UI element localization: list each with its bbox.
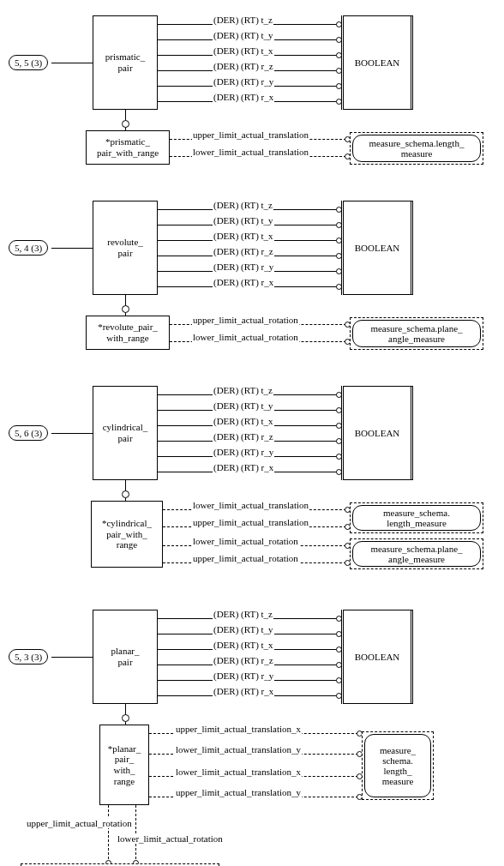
type-boolean: BOOLEAN — [341, 201, 413, 295]
type-boolean: BOOLEAN — [341, 610, 413, 704]
attr-label: (DER) (RT) t_z — [213, 200, 273, 210]
attr-label: upper_limit_actual_rotation — [26, 818, 133, 828]
type-length-measure: measure_schema.length_ measure — [350, 132, 483, 165]
attr-label: (DER) (RT) t_x — [213, 231, 274, 241]
type-length-measure: measure_ schema. length_ measure — [362, 731, 434, 800]
attr-label: upper_limit_actual_translation_x — [175, 724, 302, 734]
attr-label: (DER) (RT) r_x — [213, 462, 274, 472]
attr-label: upper_limit_actual_translation_y — [175, 787, 302, 797]
attr-label: upper_limit_actual_rotation — [192, 315, 299, 325]
attr-label: (DER) (RT) r_z — [213, 431, 274, 442]
type-length-measure: measure_schema. length_measure — [350, 502, 483, 533]
entity-revolute-pair: revolute_ pair — [93, 201, 158, 295]
type-boolean: BOOLEAN — [341, 386, 413, 480]
attr-label: (DER) (RT) r_y — [213, 447, 274, 457]
attr-label: (DER) (RT) t_z — [213, 385, 273, 395]
entity-planar-pair: planar_ pair — [93, 610, 158, 704]
attr-label: (DER) (RT) r_y — [213, 671, 274, 681]
section-revolute: 5, 4 (3) revolute_ pair (DER) (RT) t_z (… — [7, 197, 497, 360]
section-planar: 5, 3 (3) planar_ pair (DER) (RT) t_z (DE… — [7, 606, 497, 866]
attr-label: lower_limit_actual_translation — [192, 500, 309, 510]
attr-label: lower_limit_actual_translation_y — [175, 744, 302, 755]
attr-label: lower_limit_actual_translation_x — [175, 767, 302, 777]
attr-label: upper_limit_actual_translation — [192, 129, 309, 140]
attr-label: lower_limit_actual_rotation — [192, 332, 299, 342]
attr-label: (DER) (RT) t_y — [213, 624, 274, 634]
entity-cylindrical-range: *cylindrical_ pair_with_ range — [91, 501, 163, 568]
attr-label: (DER) (RT) r_y — [213, 76, 274, 87]
section-prismatic: 5, 5 (3) prismatic_ pair (DER) (RT) t_z … — [7, 12, 497, 175]
pageref-cylindrical: 5, 6 (3) — [9, 425, 48, 441]
attr-label: (DER) (RT) t_y — [213, 215, 274, 226]
pageref-prismatic: 5, 5 (3) — [9, 55, 48, 70]
pageref-revolute: 5, 4 (3) — [9, 240, 48, 256]
section-cylindrical: 5, 6 (3) cylindrical_ pair (DER) (RT) t_… — [7, 382, 497, 584]
attr-label: lower_limit_actual_rotation — [117, 833, 224, 844]
type-plane-angle-measure: measure_schema.plane_ angle_measure — [350, 317, 483, 350]
entity-prismatic-pair: prismatic_ pair — [93, 15, 158, 110]
type-boolean: BOOLEAN — [341, 15, 413, 110]
attr-label: lower_limit_actual_translation — [192, 147, 309, 157]
attr-label: (DER) (RT) r_y — [213, 262, 274, 272]
attr-label: (DER) (RT) r_x — [213, 277, 274, 287]
attr-label: (DER) (RT) r_x — [213, 686, 274, 696]
attr-label: (DER) (RT) r_z — [213, 655, 274, 665]
attr-label: lower_limit_actual_rotation — [192, 536, 299, 546]
attr-label: (DER) (RT) t_y — [213, 400, 274, 411]
entity-planar-range: *planar_ pair_ with_ range — [99, 725, 149, 805]
attr-label: (DER) (RT) t_x — [213, 640, 274, 650]
entity-revolute-range: *revolute_pair_ with_range — [86, 316, 170, 350]
type-plane-angle-measure: measure_schema.plane_ angle_measure — [350, 538, 483, 569]
attr-label: (DER) (RT) r_x — [213, 92, 274, 102]
entity-cylindrical-pair: cylindrical_ pair — [93, 386, 158, 480]
attr-label: (DER) (RT) r_z — [213, 246, 274, 256]
attr-label: (DER) (RT) t_y — [213, 30, 274, 40]
entity-prismatic-range: *prismatic_ pair_with_range — [86, 130, 170, 165]
attr-label: (DER) (RT) t_z — [213, 15, 273, 25]
attr-label: (DER) (RT) t_x — [213, 45, 274, 56]
attr-label: (DER) (RT) r_z — [213, 61, 274, 71]
pageref-planar: 5, 3 (3) — [9, 649, 48, 665]
attr-label: (DER) (RT) t_x — [213, 416, 274, 426]
attr-label: upper_limit_actual_rotation — [192, 553, 299, 563]
attr-label: (DER) (RT) t_z — [213, 609, 273, 619]
attr-label: upper_limit_actual_translation — [192, 517, 309, 527]
